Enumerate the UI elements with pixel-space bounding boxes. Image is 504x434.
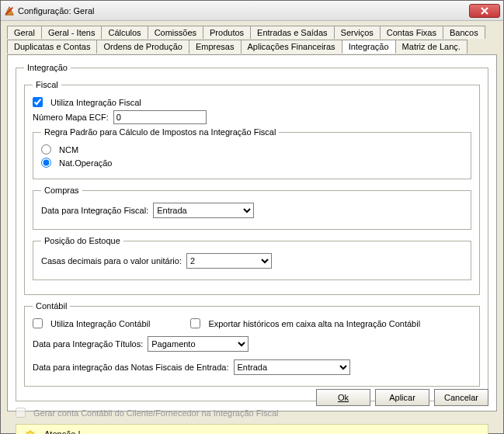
aplicar-button[interactable]: Aplicar <box>375 389 429 406</box>
tab-duplicatas-e-contas[interactable]: Duplicatas e Contas <box>7 40 97 54</box>
label-data-titulos: Data para Integração Títulos: <box>33 339 143 349</box>
tab-strip-row2: Duplicatas e ContasOrdens de ProduçãoEmp… <box>7 40 497 53</box>
label-casas: Casas decimais para o valor unitário: <box>41 256 182 266</box>
checkbox-exportar-caixa-alta[interactable] <box>190 318 200 328</box>
tab-aplica-es-financeiras[interactable]: Aplicações Financeiras <box>241 40 342 54</box>
dialog-footer: Ok Aplicar Cancelar <box>316 389 488 406</box>
group-compras: Compras Data para Integração Fiscal: Ent… <box>33 186 471 230</box>
checkbox-utiliza-contabil[interactable] <box>33 318 43 328</box>
tab-geral[interactable]: Geral <box>7 26 42 39</box>
tab-geral-itens[interactable]: Geral - Itens <box>41 26 103 39</box>
legend-contabil: Contábil <box>33 301 70 311</box>
tab-c-lculos[interactable]: Cálculos <box>101 26 148 39</box>
group-estoque: Posição do Estoque Casas decimais para o… <box>33 236 471 280</box>
tab-panel-integracao: Integração Fiscal Utiliza Integração Fis… <box>7 54 497 411</box>
note-text: Atenção ! Foi disponibilizada esta opção… <box>44 429 481 434</box>
label-exportar-caixa-alta: Exportar históricos em caixa alta na Int… <box>208 319 420 328</box>
bulb-icon <box>23 429 38 434</box>
label-numero-mapa: Número Mapa ECF: <box>33 113 109 122</box>
tab-bancos[interactable]: Bancos <box>443 26 485 39</box>
ok-button[interactable]: Ok <box>316 389 370 406</box>
tab-matriz-de-lan-[interactable]: Matriz de Lanç. <box>395 40 468 54</box>
label-utiliza-contabil: Utiliza Integração Contábil <box>50 319 150 328</box>
tab-servi-os[interactable]: Serviços <box>334 26 381 39</box>
tab-produtos[interactable]: Produtos <box>203 26 251 39</box>
group-fiscal: Fiscal Utiliza Integração Fiscal Número … <box>24 80 480 295</box>
legend-compras: Compras <box>41 186 82 195</box>
label-utiliza-fiscal: Utiliza Integração Fiscal <box>50 98 141 107</box>
label-gerar-conta: Gerar conta Contábil do Cliente/Forneced… <box>33 408 279 418</box>
label-data-nf: Data para integração das Notas Fiscais d… <box>33 363 229 372</box>
checkbox-utiliza-fiscal[interactable] <box>33 97 43 107</box>
legend-fiscal: Fiscal <box>33 80 61 89</box>
app-icon <box>4 5 15 16</box>
label-nat-operacao: Nat.Operação <box>59 158 112 168</box>
close-button[interactable] <box>469 4 500 18</box>
tab-entradas-e-sa-das[interactable]: Entradas e Saídas <box>250 26 335 39</box>
tab-ordens-de-produ-o[interactable]: Ordens de Produção <box>96 40 189 54</box>
legend-estoque: Posição do Estoque <box>41 236 123 245</box>
select-data-compras[interactable]: Entrada <box>153 203 254 218</box>
tab-empresas[interactable]: Empresas <box>189 40 242 54</box>
tab-integra-o[interactable]: Integração <box>342 40 396 54</box>
radio-ncm[interactable] <box>41 144 51 155</box>
label-data-compras: Data para Integração Fiscal: <box>41 206 148 215</box>
group-regra: Regra Padrão para Cálculo de Impostos na… <box>33 127 471 179</box>
content-area: GeralGeral - ItensCálculosComissõesProdu… <box>1 21 503 415</box>
checkbox-gerar-conta <box>16 408 26 418</box>
group-integracao: Integração Fiscal Utiliza Integração Fis… <box>16 63 488 401</box>
tab-comiss-es[interactable]: Comissões <box>148 26 203 39</box>
note-title: Atenção ! <box>44 429 481 434</box>
radio-nat-operacao[interactable] <box>41 158 51 168</box>
select-data-nf[interactable]: Entrada <box>234 359 350 375</box>
tab-contas-fixas[interactable]: Contas Fixas <box>380 26 443 39</box>
group-contabil: Contábil Utiliza Integração Contábil Exp… <box>24 301 480 387</box>
titlebar: Configuração: Geral <box>1 1 503 21</box>
window-title: Configuração: Geral <box>18 6 469 16</box>
input-numero-mapa[interactable] <box>113 110 207 124</box>
note-box: Atenção ! Foi disponibilizada esta opção… <box>16 424 488 434</box>
select-casas[interactable]: 2 <box>186 253 272 269</box>
legend-regra: Regra Padrão para Cálculo de Impostos na… <box>41 127 279 137</box>
label-ncm: NCM <box>59 145 78 155</box>
cancelar-button[interactable]: Cancelar <box>434 389 488 406</box>
select-data-titulos[interactable]: Pagamento <box>148 336 249 352</box>
legend-integracao: Integração <box>24 63 71 72</box>
config-window: Configuração: Geral GeralGeral - ItensCá… <box>0 0 504 434</box>
tab-strip-row1: GeralGeral - ItensCálculosComissõesProdu… <box>7 26 497 38</box>
